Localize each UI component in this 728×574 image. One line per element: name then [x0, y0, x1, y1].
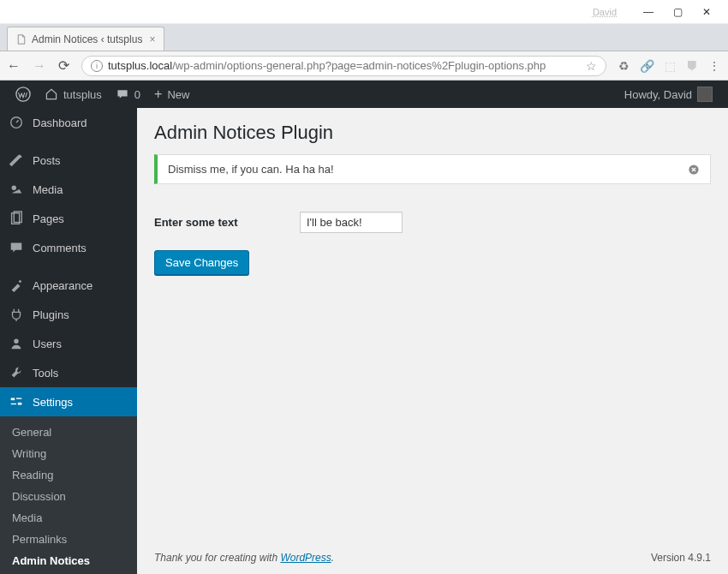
url-host: tutsplus.local: [108, 59, 172, 72]
minimize-button[interactable]: —: [634, 3, 663, 21]
site-name-link[interactable]: tutsplus: [38, 87, 109, 101]
new-link[interactable]: + New: [147, 87, 196, 102]
svg-point-0: [16, 87, 30, 101]
sidebar-item-dashboard[interactable]: Dashboard: [0, 108, 137, 137]
text-input[interactable]: [300, 212, 403, 233]
notice-text: Dismiss me, if you can. Ha ha ha!: [168, 163, 334, 176]
menu-icon[interactable]: ⋮: [708, 59, 721, 73]
appearance-icon: [9, 278, 26, 293]
url-path: /wp-admin/options-general.php?page=admin…: [172, 59, 546, 72]
svg-rect-6: [11, 398, 15, 401]
close-button[interactable]: ✕: [692, 3, 721, 21]
posts-icon: [9, 152, 26, 168]
sidebar-item-label: Appearance: [33, 279, 92, 292]
browser-tab[interactable]: Admin Notices ‹ tutsplus ×: [7, 27, 164, 51]
dashboard-icon: [9, 115, 26, 130]
save-changes-button[interactable]: Save Changes: [154, 250, 249, 275]
pages-icon: [9, 211, 26, 226]
footer-thanks: Thank you for creating with: [154, 552, 280, 564]
comments-icon: [9, 240, 26, 255]
version-text: Version 4.9.1: [651, 552, 711, 564]
os-titlebar: David — ▢ ✕: [0, 0, 728, 24]
sidebar-item-plugins[interactable]: Plugins: [0, 300, 137, 329]
submenu-permalinks[interactable]: Permalinks: [0, 529, 137, 550]
site-name: tutsplus: [63, 88, 102, 101]
tag-icon[interactable]: ⬚: [665, 59, 676, 73]
info-icon[interactable]: i: [91, 60, 103, 72]
sidebar-item-comments[interactable]: Comments: [0, 233, 137, 262]
browser-toolbar: ← → ⟳ i tutsplus.local/wp-admin/options-…: [0, 51, 728, 81]
os-user-label: David: [593, 7, 617, 17]
wp-logo[interactable]: [9, 87, 38, 102]
star-icon[interactable]: ☆: [586, 59, 597, 73]
submenu-reading[interactable]: Reading: [0, 464, 137, 486]
svg-point-5: [14, 339, 18, 344]
recycle-icon[interactable]: ♻: [618, 59, 630, 73]
comments-count: 0: [134, 88, 140, 101]
svg-rect-7: [16, 398, 21, 399]
settings-icon: [9, 394, 26, 410]
link-icon[interactable]: 🔗: [640, 59, 654, 73]
sidebar-item-label: Dashboard: [33, 117, 87, 129]
sidebar-item-label: Settings: [33, 396, 73, 409]
sidebar-item-appearance[interactable]: Appearance: [0, 271, 137, 300]
svg-point-2: [12, 186, 16, 190]
wordpress-link[interactable]: WordPress: [280, 552, 331, 564]
svg-rect-8: [11, 404, 16, 404]
sidebar-item-label: Tools: [33, 367, 58, 380]
forward-button[interactable]: →: [33, 58, 46, 74]
sidebar-item-label: Plugins: [33, 308, 69, 321]
maximize-button[interactable]: ▢: [663, 3, 692, 21]
page-title: Admin Notices Plugin: [154, 122, 711, 144]
extension-icons: ♻ 🔗 ⬚ ⛊ ⋮: [618, 59, 721, 73]
new-label: New: [167, 88, 189, 101]
form-row-text: Enter some text: [154, 212, 711, 233]
sidebar-item-tools[interactable]: Tools: [0, 358, 137, 387]
reload-button[interactable]: ⟳: [58, 57, 69, 74]
sidebar-item-pages[interactable]: Pages: [0, 204, 137, 233]
settings-submenu: General Writing Reading Discussion Media…: [0, 416, 137, 574]
admin-notice: Dismiss me, if you can. Ha ha ha!: [154, 154, 711, 184]
sidebar-item-posts[interactable]: Posts: [0, 146, 137, 175]
sidebar-item-label: Users: [33, 338, 62, 350]
shield-icon[interactable]: ⛊: [686, 59, 698, 73]
howdy-text: Howdy, David: [624, 88, 692, 101]
howdy-link[interactable]: Howdy, David: [618, 87, 719, 102]
wp-content: Admin Notices Plugin Dismiss me, if you …: [137, 108, 728, 574]
submenu-media[interactable]: Media: [0, 507, 137, 529]
sidebar-item-users[interactable]: Users: [0, 329, 137, 358]
wp-sidebar: Dashboard Posts Media Pages Comments: [0, 108, 137, 574]
sidebar-item-label: Posts: [33, 154, 61, 167]
dismiss-notice-button[interactable]: [688, 164, 700, 176]
wp-footer: Thank you for creating with WordPress. V…: [154, 535, 711, 564]
browser-tab-bar: Admin Notices ‹ tutsplus ×: [0, 24, 728, 51]
submenu-writing[interactable]: Writing: [0, 443, 137, 464]
back-button[interactable]: ←: [7, 58, 21, 74]
sidebar-item-label: Pages: [33, 212, 64, 225]
address-bar[interactable]: i tutsplus.local/wp-admin/options-genera…: [81, 56, 606, 76]
comments-link[interactable]: 0: [109, 87, 147, 101]
tools-icon: [9, 365, 26, 380]
wp-adminbar: tutsplus 0 + New Howdy, David: [0, 81, 728, 108]
plugins-icon: [9, 307, 26, 322]
sidebar-item-label: Media: [33, 183, 63, 196]
sidebar-item-label: Comments: [33, 242, 87, 254]
submenu-discussion[interactable]: Discussion: [0, 486, 137, 507]
page-icon: [16, 34, 27, 45]
sidebar-item-settings[interactable]: Settings: [0, 387, 137, 416]
text-field-label: Enter some text: [154, 216, 300, 229]
tab-title: Admin Notices ‹ tutsplus: [32, 33, 142, 45]
users-icon: [9, 336, 26, 351]
tab-close-icon[interactable]: ×: [149, 33, 155, 45]
submenu-admin-notices[interactable]: Admin Notices: [0, 550, 137, 571]
media-icon: [9, 182, 26, 197]
submenu-general[interactable]: General: [0, 422, 137, 443]
avatar: [697, 87, 713, 102]
svg-rect-9: [18, 403, 22, 405]
sidebar-item-media[interactable]: Media: [0, 175, 137, 204]
